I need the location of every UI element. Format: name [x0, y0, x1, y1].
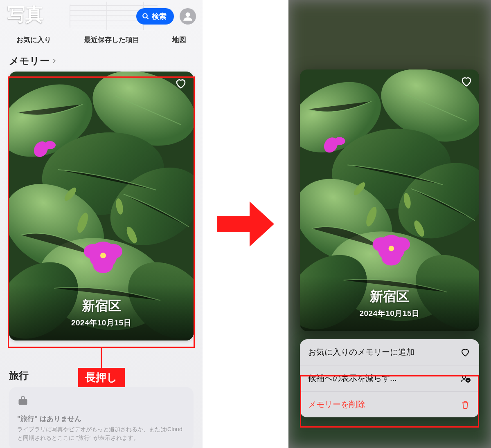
memories-label: メモリー	[9, 54, 50, 67]
favorite-heart-button[interactable]	[174, 76, 188, 90]
profile-avatar[interactable]	[180, 8, 196, 25]
travel-empty-card: "旅行" はありません ライブラリに写真やビデオがもっと追加されるか、またはiC…	[9, 387, 194, 448]
search-icon	[142, 13, 149, 20]
app-title: 写真	[7, 2, 43, 27]
suitcase-icon	[17, 395, 185, 408]
menu-item-label: 候補への表示を減らす...	[308, 373, 397, 384]
person-icon	[182, 11, 193, 22]
chevron-right-icon	[51, 58, 57, 64]
menu-item-reduce-suggestions[interactable]: 候補への表示を減らす...	[300, 365, 479, 391]
topbar: 写真 検索	[0, 0, 203, 33]
menu-item-label: メモリーを削除	[308, 399, 365, 410]
transition-arrow	[203, 0, 288, 448]
tab-map[interactable]: 地図	[172, 35, 186, 45]
travel-empty-body: ライブラリに写真やビデオがもっと追加されるか、またはiCloudと同期されるとこ…	[17, 425, 185, 442]
svg-point-22	[186, 12, 190, 17]
memory-date: 2024年10月15日	[300, 308, 479, 319]
trash-icon	[459, 400, 471, 410]
menu-item-favorite[interactable]: お気に入りのメモリーに追加	[300, 339, 479, 365]
tab-favorites[interactable]: お気に入り	[16, 35, 51, 45]
svg-rect-23	[19, 399, 27, 405]
annotation-stem	[101, 348, 102, 369]
tab-recent[interactable]: 最近保存した項目	[84, 35, 140, 45]
memories-header[interactable]: メモリー	[0, 50, 203, 72]
memory-title: 新宿区	[300, 288, 479, 306]
memory-caption: 新宿区 2024年10月15日	[9, 297, 194, 328]
search-button[interactable]: 検索	[136, 8, 174, 25]
arrow-right-icon	[213, 195, 278, 253]
heart-icon	[175, 77, 187, 90]
search-label: 検索	[152, 11, 167, 21]
favorite-heart-button[interactable]	[459, 74, 473, 88]
travel-empty-title: "旅行" はありません	[17, 414, 185, 423]
memory-title: 新宿区	[9, 297, 194, 315]
svg-point-24	[462, 375, 466, 379]
menu-item-delete[interactable]: メモリーを削除	[300, 391, 479, 417]
memory-card[interactable]: 新宿区 2024年10月15日	[9, 72, 194, 340]
phone-right: 新宿区 2024年10月15日 お気に入りのメモリーに追加 候補への表示を減らす…	[288, 0, 491, 448]
memory-card-preview[interactable]: 新宿区 2024年10月15日	[300, 69, 479, 331]
heart-icon	[459, 347, 471, 357]
svg-point-21	[143, 13, 147, 18]
memory-caption: 新宿区 2024年10月15日	[300, 288, 479, 319]
context-menu: お気に入りのメモリーに追加 候補への表示を減らす... メモリーを削除	[300, 339, 479, 417]
heart-icon	[460, 75, 473, 87]
collection-tabs: お気に入り 最近保存した項目 地図	[0, 33, 203, 50]
annotation-longpress-label: 長押し	[78, 368, 125, 387]
person-minus-icon	[459, 374, 471, 383]
menu-item-label: お気に入りのメモリーに追加	[308, 347, 414, 358]
memory-date: 2024年10月15日	[9, 318, 194, 328]
phone-left: 写真 検索 お気に入り 最近保存した項目 地図 メモリー 新宿区	[0, 0, 203, 448]
